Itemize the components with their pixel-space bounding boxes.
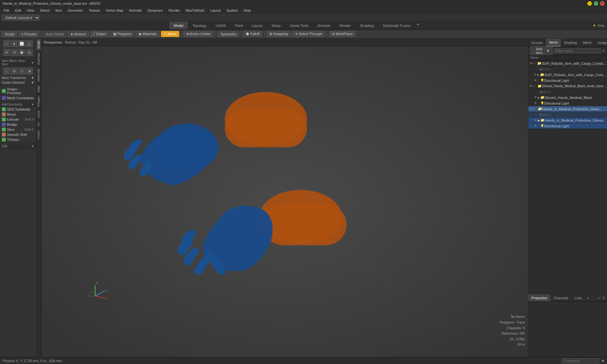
edit-label[interactable]: Edit ▼ [0,144,36,149]
tab-scripting[interactable]: Scripting [356,21,378,29]
menu-geometry[interactable]: Geometry [65,8,85,13]
tab-animate[interactable]: Animate [313,21,335,29]
item-visibility-12[interactable]: 👁 [533,124,538,128]
edges-button[interactable]: ╱ Edges [90,31,109,37]
tool-icon-text[interactable]: A [26,49,33,56]
center-selected-label[interactable]: Center Selected ▼ [0,80,36,85]
item-visibility-9[interactable]: 👁 [529,107,533,111]
tool-icon-circle[interactable]: ○ [3,40,10,47]
falloff-button[interactable]: ⬟ Falloff [243,31,262,37]
tab-uvedit[interactable]: UvEdit [211,21,230,29]
menu-edit[interactable]: Edit [13,8,24,13]
tab-paint[interactable]: Paint [230,21,248,29]
tab-setup[interactable]: Setup [267,21,286,29]
item-visibility-11[interactable]: 👁 [533,118,538,123]
action-center-button[interactable]: ⊕ Action Center [183,31,214,37]
side-tab-fusion[interactable]: Fusion [36,128,41,141]
side-tab-polygon[interactable]: Polygon [36,94,41,109]
list-item[interactable]: 👁 ▶ 📁 Hands_in_Medical_Protective_Gloves [528,118,607,123]
side-tab-curve[interactable]: Curve [36,108,41,120]
tab-game-tools[interactable]: Game Tools [285,21,313,29]
snaps-precision-item[interactable]: Snaps - Precision [0,87,36,95]
list-item[interactable]: 👁 + 📁 Hands_in_Medical_Protective_Glove.… [528,106,607,112]
side-tab-edge[interactable]: Edge [36,83,41,94]
menu-view[interactable]: View [24,8,37,13]
select-through-button[interactable]: ✦ Select Through [292,31,325,37]
tool-icon-square[interactable]: ⬜ [18,40,25,47]
list-item[interactable]: 👁 💡 Directional Light [528,100,607,106]
right-tab-groups[interactable]: Groups [528,39,546,46]
br-settings-icon[interactable]: ✕ [602,296,605,300]
transform-move[interactable]: ↕ [3,68,10,75]
menu-layout[interactable]: Layout [208,8,223,13]
item-visibility-5[interactable]: 👁 [529,84,533,88]
filter-items-input[interactable] [554,48,601,53]
snapping-button[interactable]: ⊞ Snapping [267,31,291,37]
presets-button[interactable]: ≡ Presets [19,31,39,37]
menu-animate[interactable]: Animate [126,8,144,13]
br-tab-properties[interactable]: Properties [528,294,550,301]
filter-clear-button[interactable]: ✕ [602,49,605,53]
item-menu-label[interactable]: Item Menu: New Item ▼ [0,58,36,67]
tool-icon-tri[interactable]: △ [26,40,33,47]
list-item[interactable]: 👁 + 📁 SciFi_Robotic_Arm_with_Cargo_Conta… [528,61,607,66]
maximize-button[interactable]: □ [594,1,598,6]
viewport[interactable]: Perspective Texture Ray GL: Off ⊞ ↻ ⊙ ⤢ … [41,39,528,357]
side-tab-mesh-edit[interactable]: Mesh Edit [36,67,41,83]
sculpt-button[interactable]: Sculpt [2,31,17,37]
tab-layout[interactable]: Layout [248,21,267,29]
tool-thicken[interactable]: Thicken [0,137,36,142]
tab-model[interactable]: Model [169,21,188,29]
menu-render[interactable]: Render [166,8,182,13]
list-item[interactable]: — ▣ Mesh [528,66,607,72]
right-tab-images[interactable]: Images [595,39,607,46]
list-item[interactable]: 👁 ▶ 📁 Gloved_Hands_Medical_Black [528,95,607,100]
tool-bevel[interactable]: Bevel [0,112,36,117]
br-tab-lists[interactable]: Lists [572,294,585,301]
add-geometry-label[interactable]: Add Geometry ▼ [0,102,36,107]
menu-file[interactable]: File [1,8,12,13]
transform-pivot[interactable]: ⊕ [26,68,33,75]
item-visibility-1[interactable]: 👁 [529,61,533,66]
command-input[interactable] [561,358,599,363]
add-tab-button[interactable]: + [415,21,421,27]
menu-system[interactable]: System [224,8,241,13]
close-button[interactable]: ✕ [600,1,604,6]
add-item-button[interactable]: Add Item ▼ [530,46,553,56]
list-item[interactable]: 👁 + 📁 Gloved_Hands_Medical_Black_modo_ba… [528,83,607,89]
symmetry-button[interactable]: Symmetry [218,31,239,37]
list-item[interactable]: — ▣ Mesh [528,112,607,118]
br-expand-icon[interactable]: ⤢ [598,296,601,300]
menu-texture[interactable]: Texture [86,8,103,13]
right-tab-shading[interactable]: Shading [561,39,580,46]
list-item[interactable]: 👁 💡 Directional Light [528,78,607,83]
transform-rotate[interactable]: ↻ [11,68,18,75]
mesh-constraints-item[interactable]: Mesh Constraints [0,95,36,100]
tab-render[interactable]: Render [335,21,356,29]
tool-extrude[interactable]: Extrude Shift V [0,117,36,122]
right-tab-mesh[interactable]: Mesh [580,39,595,46]
item-visibility-4[interactable]: 👁 [533,78,538,83]
minimize-button[interactable]: ─ [587,1,592,6]
side-tab-uv[interactable]: UV [36,120,41,128]
item-visibility-3[interactable]: 👁 [533,73,537,77]
br-tab-channels[interactable]: Channels [550,294,571,301]
vertices-button[interactable]: ● Vertices [68,31,89,37]
materials-button[interactable]: ◉ Materials [136,31,160,37]
tool-icon-rotate[interactable]: ⟳ [3,49,10,56]
list-item[interactable]: 👁 💡 Directional Light [528,123,607,129]
side-tab-sculpt[interactable]: Sculpt [36,39,41,51]
tool-icon-dot[interactable]: ● [11,40,18,47]
tool-icon-diamond[interactable]: ⬟ [18,49,25,56]
tool-icon-undo[interactable]: ↺ [11,49,18,56]
side-tab-duplicate[interactable]: Duplicate [36,51,41,67]
item-visibility-8[interactable]: 👁 [533,101,538,106]
item-visibility-7[interactable]: 👁 [533,95,538,100]
tool-slice[interactable]: Slice Shift-C [0,127,36,132]
tool-sds-subdivide[interactable]: SDS Subdivide [0,107,36,112]
br-add-tab[interactable]: + [585,294,591,301]
list-item[interactable]: 👁 ▶ 📁 SciFi_Robotic_Arm_with_Cargo_Conta… [528,72,607,78]
tab-topology[interactable]: Topology [188,21,211,29]
transform-scale[interactable]: ⤢ [18,68,25,75]
menu-vertex-map[interactable]: Vertex Map [103,8,126,13]
